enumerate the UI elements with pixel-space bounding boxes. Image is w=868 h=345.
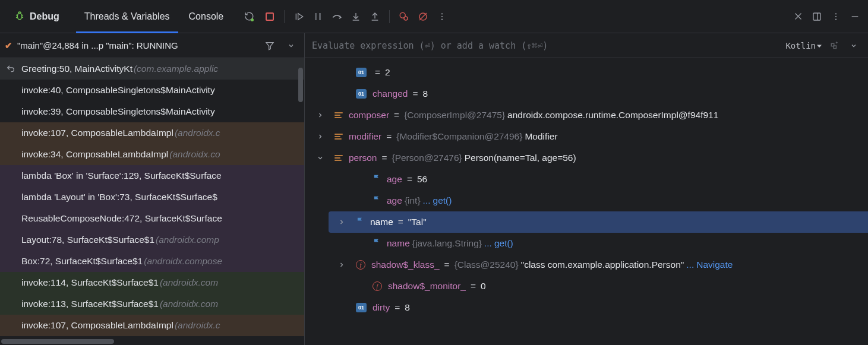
stack-frame[interactable]: invoke:39, ComposableSingletons$MainActi… xyxy=(0,101,304,122)
variable-row[interactable]: 01= 2 xyxy=(305,62,868,83)
close-icon[interactable] xyxy=(790,8,806,25)
object-badge xyxy=(334,155,343,161)
variable-type: {java.lang.String} xyxy=(412,238,482,249)
variable-value: Modifier xyxy=(525,131,557,142)
variable-value: androidx.compose.runtime.ComposerImpl@f9… xyxy=(507,110,718,121)
variable-row[interactable]: age {int} ... get() xyxy=(305,190,868,211)
variable-name: composer xyxy=(349,110,389,121)
variable-name: age xyxy=(387,195,402,206)
tab-threads-variables[interactable]: Threads & Variables xyxy=(76,0,178,33)
horizontal-scrollbar[interactable] xyxy=(1,339,114,344)
svg-point-26 xyxy=(835,15,837,17)
variable-type: {Class@25240} xyxy=(454,259,519,270)
tab-console[interactable]: Console xyxy=(181,0,232,33)
stack-frame[interactable]: lambda 'Layout' in 'Box':73, SurfaceKt$S… xyxy=(0,186,304,208)
expand-arrow[interactable] xyxy=(312,112,329,119)
layout-icon[interactable] xyxy=(809,8,825,25)
frames-list[interactable]: Greeting:50, MainActivityKt (com.example… xyxy=(0,58,304,345)
object-badge xyxy=(334,112,343,118)
variable-value: "Tal" xyxy=(408,217,427,227)
variable-action-link[interactable]: get() xyxy=(494,238,513,249)
expand-arrow[interactable] xyxy=(333,261,350,268)
stack-frame[interactable]: invoke:34, ComposableLambdaImpl (android… xyxy=(0,144,304,165)
stack-frame[interactable]: invoke:107, ComposableLambdaImpl (androi… xyxy=(0,122,304,144)
expand-arrow[interactable] xyxy=(312,133,329,140)
pause-icon[interactable] xyxy=(310,8,326,25)
step-into-icon[interactable] xyxy=(348,8,364,25)
evaluate-bar: Evaluate expression (⏎) or add a watch (… xyxy=(305,33,868,58)
more-icon[interactable] xyxy=(434,8,450,25)
variable-row[interactable]: 01dirty = 8 xyxy=(305,297,868,318)
stack-frame[interactable]: ReusableComposeNode:472, SurfaceKt$Surfa… xyxy=(0,208,304,229)
expand-arrow[interactable] xyxy=(333,219,350,226)
stack-frame[interactable]: invoke:114, SurfaceKt$Surface$1 (android… xyxy=(0,272,304,293)
variable-value: 2 xyxy=(385,67,390,78)
stack-frame[interactable]: invoke:40, ComposableSingletons$MainActi… xyxy=(0,80,304,101)
field-flag-icon xyxy=(373,238,381,249)
stack-frame[interactable]: Box:72, SurfaceKt$Surface$1 (androidx.co… xyxy=(0,251,304,272)
thread-header: ✔ "main"@24,884 in ...p "main": RUNNING xyxy=(0,33,304,58)
add-watch-icon[interactable] xyxy=(825,37,842,54)
svg-marker-7 xyxy=(298,13,303,20)
variable-type: {Modifier$Companion@27496} xyxy=(396,131,522,142)
stack-frame[interactable]: invoke:107, ComposableLambdaImpl (androi… xyxy=(0,315,304,336)
view-breakpoints-icon[interactable] xyxy=(396,8,412,25)
variable-row[interactable]: age = 56 xyxy=(305,169,868,190)
svg-point-27 xyxy=(835,18,837,20)
svg-rect-32 xyxy=(834,46,837,49)
field-flag-icon xyxy=(373,174,381,185)
variable-type: {ComposerImpl@27475} xyxy=(404,110,505,121)
variable-action-link[interactable]: Navigate xyxy=(696,259,733,270)
mute-breakpoints-icon[interactable] xyxy=(415,8,431,25)
variable-type: {int} xyxy=(405,195,421,206)
filter-icon[interactable] xyxy=(261,37,278,54)
rerun-icon[interactable] xyxy=(242,8,259,25)
variable-row[interactable]: name {java.lang.String} ... get() xyxy=(305,233,868,254)
debug-topbar: Debug Threads & Variables Console xyxy=(0,0,868,33)
variable-row[interactable]: fshadow$_klass_ = {Class@25240} "class c… xyxy=(305,254,868,276)
stack-frame[interactable]: Layout:78, SurfaceKt$Surface$1 (androidx… xyxy=(0,229,304,251)
svg-line-1 xyxy=(16,15,18,15)
check-icon: ✔ xyxy=(5,40,12,51)
minimize-icon[interactable] xyxy=(847,8,863,25)
variable-name: dirty xyxy=(373,302,390,313)
svg-line-3 xyxy=(16,17,18,18)
evaluate-input[interactable]: Evaluate expression (⏎) or add a watch (… xyxy=(311,40,782,51)
variable-row[interactable]: composer = {ComposerImpl@27475} androidx… xyxy=(305,105,868,126)
svg-point-19 xyxy=(441,15,443,17)
variable-name: shadow$_monitor_ xyxy=(388,281,466,292)
variable-row[interactable]: person = {Person@27476} Person(name=Tal,… xyxy=(305,147,868,169)
variable-row[interactable]: name = "Tal" xyxy=(329,211,868,233)
variables-panel: Evaluate expression (⏎) or add a watch (… xyxy=(305,33,868,345)
variable-row[interactable]: 01changed = 8 xyxy=(305,83,868,105)
stack-frame[interactable]: invoke:113, SurfaceKt$Surface$1 (android… xyxy=(0,293,304,315)
variable-value: "class com.example.application.Person" xyxy=(521,259,684,270)
variable-action-link[interactable]: get() xyxy=(433,195,452,206)
undo-icon xyxy=(6,64,15,74)
eval-dropdown-icon[interactable] xyxy=(845,37,862,54)
variable-name: person xyxy=(349,153,377,163)
variables-tree[interactable]: 01= 201changed = 8composer = {ComposerIm… xyxy=(305,58,868,345)
variable-name: changed xyxy=(373,88,408,99)
bug-icon xyxy=(14,10,25,23)
int-badge: 01 xyxy=(356,89,367,99)
expand-arrow[interactable] xyxy=(312,154,329,162)
thread-title[interactable]: "main"@24,884 in ...p "main": RUNNING xyxy=(17,40,257,50)
int-badge: 01 xyxy=(356,303,367,312)
variable-name: modifier xyxy=(349,131,381,142)
thread-dropdown-icon[interactable] xyxy=(283,37,299,54)
svg-rect-23 xyxy=(813,13,820,20)
variable-value: 8 xyxy=(423,88,428,99)
stop-icon[interactable] xyxy=(261,8,278,25)
step-over-icon[interactable] xyxy=(329,8,345,25)
language-selector[interactable]: Kotlin xyxy=(785,41,822,50)
step-out-icon[interactable] xyxy=(367,8,383,25)
variable-row[interactable]: modifier = {Modifier$Companion@27496} Mo… xyxy=(305,126,868,147)
stack-frame[interactable]: Greeting:50, MainActivityKt (com.example… xyxy=(0,58,304,80)
vertical-scrollbar[interactable] xyxy=(298,68,303,102)
variable-row[interactable]: fshadow$_monitor_ = 0 xyxy=(305,276,868,297)
variable-name: age xyxy=(387,174,402,185)
resume-icon[interactable] xyxy=(291,8,307,25)
stack-frame[interactable]: lambda 'Box' in 'Surface':129, SurfaceKt… xyxy=(0,165,304,186)
options-icon[interactable] xyxy=(828,8,844,25)
